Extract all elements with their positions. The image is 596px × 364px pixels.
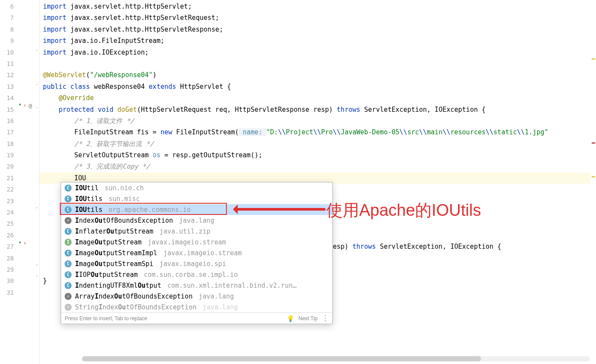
completion-package: org.apache.commons.io [108,206,191,214]
line-number: 14 [0,92,14,104]
completion-name: IOUtils [75,195,102,203]
class-icon: C [65,282,72,289]
completion-name: ImageOutputStreamSpi [75,260,154,268]
param-hint: name: [239,128,266,136]
import-keyword: import [43,3,66,10]
completion-package: java.util.zip [160,228,210,235]
completion-name: IOUtils [75,206,102,214]
line-number: 22 [0,184,14,195]
fold-toggle[interactable]: ⌄ [36,47,38,52]
completion-item[interactable]: ⚡StringIndexOutOfBoundsExceptionjava.lan… [61,302,332,312]
completion-package: javax.imageio.stream [164,249,242,257]
line-number: 15 [0,104,14,115]
line-number: 7 [0,12,14,23]
popup-footer: Press Enter to insert, Tab to replace 💡 … [61,312,332,324]
line-number: 8 [0,24,14,35]
fold-toggle[interactable]: ⌄ [36,104,38,109]
completion-name: IndexOutOfBoundsException [75,217,173,224]
line-number: 25 [0,218,14,229]
completion-name: IndentingUTF8XmlOutput [75,282,161,289]
fold-toggle[interactable]: ⌃ [36,206,38,211]
line-number: 11 [0,58,14,69]
completion-package: javax.imageio.spi [160,260,226,268]
exception-class-icon: ⚡ [65,217,72,224]
more-options-icon[interactable]: ⋮ [322,314,329,322]
class-icon: C [65,195,72,202]
line-number: 16 [0,115,14,127]
line-number: 13 [0,81,14,92]
line-number: 18 [0,138,14,150]
line-number: 24 [0,207,14,218]
line-number: 26 [0,230,14,241]
exception-class-icon: ⚡ [65,293,72,300]
line-number: 21 [0,172,14,184]
class-icon: C [65,206,72,213]
line-number: 9 [0,35,14,46]
completion-package: com.sun.xml.internal.bind.v2.run… [167,282,297,289]
exception-class-icon: ⚡ [65,304,72,311]
completion-name: IOUtil [75,184,98,192]
class-icon: I [65,239,72,246]
completion-item[interactable]: CImageOutputStreamSpijavax.imageio.spi [61,258,332,269]
horizontal-scrollbar[interactable] [82,356,590,361]
completion-name: InflaterOutputStream [75,228,154,235]
completion-item[interactable]: CIOUtilsorg.apache.commons.io [61,204,332,215]
fold-toggle[interactable]: ⌄ [36,81,38,86]
completion-package: javax.imageio.stream [148,238,226,246]
class-icon: C [65,185,72,192]
line-number: 28 [0,253,14,264]
intention-bulb-icon[interactable]: 💡 [287,315,294,322]
line-number: 27 [0,241,14,252]
completion-package: sun.misc [108,195,140,203]
completion-item[interactable]: ⚡IndexOutOfBoundsExceptionjava.lang [61,215,332,226]
class-icon: C [65,250,72,257]
completion-package: com.sun.corba.se.impl.io [144,271,238,279]
completion-package: java.lang [199,292,234,300]
completion-package: java.lang [203,303,238,311]
line-number: 29 [0,264,14,275]
error-stripe[interactable] [591,0,596,364]
line-number: 12 [0,69,14,81]
line-number: 6 [0,1,14,12]
completion-package: sun.nio.ch [105,184,144,192]
completion-item[interactable]: IImageOutputStreamjavax.imageio.stream [61,237,332,247]
webservlet-annotation: @WebServlet [43,71,86,79]
completion-name: ImageOutputStreamImpl [75,249,157,257]
line-number: 20 [0,161,14,172]
completion-item[interactable]: CInflaterOutputStreamjava.util.zip [61,226,332,237]
line-number: 10 [0,47,14,58]
next-tip-link[interactable]: Next Tip [298,315,318,322]
completion-item[interactable]: CImageOutputStreamImpljavax.imageio.stre… [61,247,332,258]
completion-name: StringIndexOutOfBoundsException [75,303,196,311]
line-number: 23 [0,195,14,207]
line-number: 31 [0,287,14,298]
completion-name: ArrayIndexOutOfBoundsException [75,292,193,300]
import-stmt: javax.servlet.http.HttpServlet; [66,3,192,10]
line-number: 30 [0,275,14,286]
scrollbar-thumb[interactable] [82,356,481,361]
completion-item[interactable]: CIIOPOutputStreamcom.sun.corba.se.impl.i… [61,269,332,280]
completion-name: IIOPOutputStream [75,271,138,279]
typed-text: IOU [74,174,86,182]
footer-hint: Press Enter to insert, Tab to replace [65,315,147,322]
completion-item[interactable]: ⚡ArrayIndexOutOfBoundsExceptionjava.lang [61,291,332,302]
class-icon: C [65,260,72,267]
gutter-markers: ●↑@ ●↑ ⌄ ⌄ ⌄ ⌃ ⌃ ⌃ [17,0,39,364]
completion-item[interactable]: CIOUtilsun.nio.ch [61,182,332,193]
completion-item[interactable]: CIndentingUTF8XmlOutputcom.sun.xml.inter… [61,280,332,291]
completion-item[interactable]: CIOUtilssun.misc [61,193,332,204]
line-number-gutter: 6789101112131415161718192021222324252627… [0,0,17,364]
string-literal: "D:\\Project\\Pro\\JavaWeb-Demo-05\\src\… [266,128,548,136]
override-annotation: @Override [59,94,94,102]
fold-toggle[interactable]: ⌃ [36,263,38,268]
class-icon: C [65,228,72,235]
class-icon: C [65,271,72,278]
completion-name: ImageOutputStream [75,238,142,246]
code-completion-popup[interactable]: CIOUtilsun.nio.chCIOUtilssun.miscCIOUtil… [61,182,333,324]
fold-toggle[interactable]: ⌃ [36,275,38,280]
completion-package: java.lang [179,217,214,224]
completion-list[interactable]: CIOUtilsun.nio.chCIOUtilssun.miscCIOUtil… [61,182,332,312]
comment: /* 1、读取文件 */ [74,117,134,125]
line-number: 17 [0,127,14,138]
line-number: 19 [0,150,14,161]
